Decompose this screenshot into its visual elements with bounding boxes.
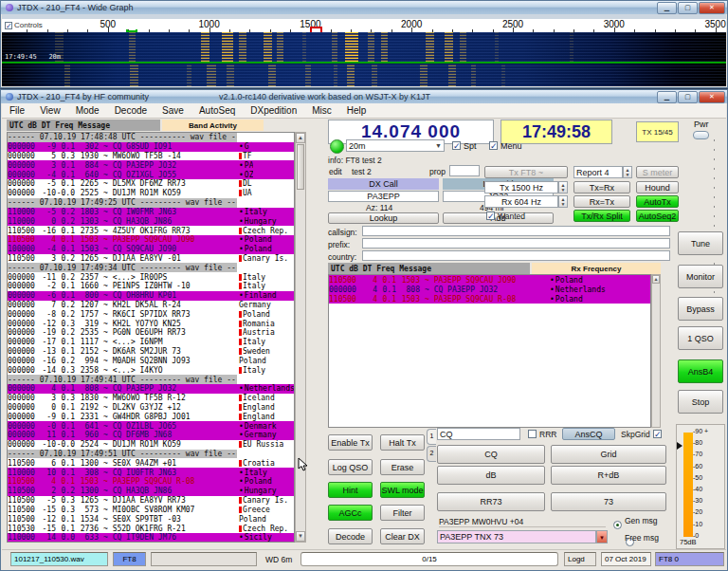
free-msg-dropdown[interactable]: PA3EPP TNX 73	[437, 530, 596, 543]
decode-row[interactable]: 000000-190.22535~ PG0N OE6UPH RR73Austri…	[8, 328, 294, 338]
menu-item-save[interactable]: Save	[155, 105, 191, 116]
scroll-up-icon[interactable]: ▲	[296, 133, 305, 143]
autotx-button[interactable]: AutoTx	[636, 195, 679, 208]
one-qso-button[interactable]: 1 QSO	[678, 326, 723, 350]
close-icon[interactable]: ✕	[699, 2, 725, 14]
decode-row[interactable]: 000000-160.2994~ M0ADH SQ2BNN JO93Poland	[8, 357, 294, 366]
waterfall-upper[interactable]	[2, 32, 726, 62]
txrx-split-button[interactable]: Tx/Rx Split	[573, 210, 630, 222]
minimize-icon[interactable]: ▁	[657, 91, 677, 103]
controls-checkbox[interactable]: ✓ Controls	[5, 21, 43, 29]
waterfall-lower[interactable]	[2, 64, 726, 86]
frequency-scale[interactable]: 500100015002000250030003500	[2, 19, 726, 32]
tx-ft8-button[interactable]: Tx FT8 ~	[484, 166, 568, 178]
skpgrid-checkbox[interactable]: ✓	[653, 430, 662, 438]
minimize-icon[interactable]: ▁	[657, 2, 677, 14]
decode-row[interactable]: 000000-80.21757~ RK6CI SP7IDX RR73Poland	[8, 309, 294, 319]
band-activity-list[interactable]: ------ 07.10.19 17:48:48 UTC ---------- …	[7, 132, 295, 543]
menu-item-decode[interactable]: Decode	[107, 105, 155, 116]
decode-row[interactable]: 00000070.21207~ KH2L DK5AL R-24Germany	[8, 301, 294, 310]
decode-row[interactable]: 11050060.11300~ SE0X 9A4ZM +01Croatia	[8, 458, 294, 468]
decode-row[interactable]: 000000-120.3319~ KH2L YO7YO KN25Romania	[8, 319, 294, 328]
monitor-button[interactable]: Monitor	[678, 265, 723, 288]
main-titlebar[interactable]: JTDX - 210_FT4 by HF community v2.1.0-rc…	[1, 90, 727, 103]
decode-row[interactable]: 110530-150.12736~ S52D OK1FRG R-21Czech …	[8, 524, 294, 533]
decode-row[interactable]: 000000-170.11117~ <...> I6NPMItaly	[8, 338, 294, 347]
menu-item-autoseq[interactable]: AutoSeq	[191, 105, 243, 116]
hint-button[interactable]: Hint	[328, 482, 373, 498]
clear-dx-button[interactable]: Clear DX	[380, 528, 425, 544]
rx-freq-spinner[interactable]: Rx 604 Hz	[484, 195, 558, 208]
scroll-down-icon[interactable]: ▼	[296, 531, 305, 542]
cq-modifier-input[interactable]: CQ	[437, 428, 520, 440]
rx-frequency-scrollbar[interactable]: ▴	[651, 274, 661, 428]
decode-row[interactable]: 00000030.31830~ MW6OWO TF5B R-12Iceland	[8, 394, 294, 403]
decode-row[interactable]: 000000-10-0.02524~ DU1JM RO1M KO59EU Rus…	[8, 440, 294, 450]
report-spinner[interactable]: Report 4	[573, 166, 623, 178]
decode-row[interactable]: 00000040.1808~ CQ PA3EPP JO32•Netherland…	[329, 285, 650, 294]
decode-row[interactable]: 000000-60.1800~ CQ OH8HRU KP01•Finland	[8, 291, 294, 301]
decode-row[interactable]: 11000000.21303~ CQ HA3QB JN86•Hungary	[8, 216, 294, 226]
wanted-checkbox[interactable]: ✓	[486, 212, 495, 220]
rx-frequency-list[interactable]: 11050040.11503~ PA3EPP SQ9CAU JO90•Polan…	[328, 274, 651, 428]
decode-row[interactable]: 000000-110.22357~ <...> IR0OPSItaly	[8, 272, 294, 282]
msg-cq-button[interactable]: CQ	[437, 445, 545, 464]
scroll-up-icon[interactable]: ▴	[652, 275, 660, 284]
ansb4-button[interactable]: AnsB4	[678, 359, 723, 383]
decode-row[interactable]: 00000000.12192~ DL2KV G3YJZ +12England	[8, 403, 294, 413]
decode-row[interactable]: 110500-160.12735~ 4Z5UY OK1FRG RR73Czech…	[8, 226, 294, 235]
erase-button[interactable]: Erase	[380, 459, 425, 475]
tx-freq-spin-buttons[interactable]: ▲▼	[558, 181, 568, 193]
menu-item-misc[interactable]: Misc	[304, 105, 339, 116]
rx-freq-spin-buttons[interactable]: ▲▼	[558, 195, 568, 208]
decode-row[interactable]: 110500-150.3573~ MI0OBC SV8ROM KM07Greec…	[8, 506, 294, 515]
decode-row[interactable]: 00000040.1808~ CQ PA3EPP JO32•Netherland…	[8, 384, 294, 394]
decode-row[interactable]: 100000-40.11503~ CQ SQ9CAU JO90•Poland	[8, 245, 294, 254]
pwr-slider-knob[interactable]	[693, 131, 709, 139]
free-msg-dropdown-arrow[interactable]: ▾	[596, 530, 608, 543]
prefix-input[interactable]	[362, 238, 670, 249]
decode-button[interactable]: Decode	[328, 528, 373, 544]
band-selector[interactable]: 20m ▼	[346, 139, 445, 152]
filter-button[interactable]: Filter	[380, 505, 425, 521]
menu-item-file[interactable]: File	[2, 105, 32, 116]
decode-row[interactable]: 110500-120.11534~ SE0X SP9TBT -03Poland	[8, 514, 294, 524]
menu-item-mode[interactable]: Mode	[68, 105, 107, 116]
decode-row[interactable]: 000000-40.1640~ CQ OZ1XGL JO55•OZ	[8, 170, 294, 179]
tune-button[interactable]: Tune	[678, 231, 723, 255]
controls-check-icon[interactable]: ✓	[5, 22, 12, 29]
decode-row[interactable]: 11050040.11503~ PA3EPP SQ9CAU JO90•Polan…	[329, 275, 650, 285]
decode-row[interactable]: 110000-50.21803~ CQ IW0FMR JN63•Italy	[8, 208, 294, 217]
tx-eq-rx-button[interactable]: Tx=Rx	[573, 181, 630, 193]
lookup-button[interactable]: Lookup	[328, 212, 439, 224]
rx-eq-tx-button[interactable]: Rx=Tx	[573, 195, 630, 208]
anscq-button[interactable]: AnsCQ	[562, 428, 615, 440]
decode-row[interactable]: 000000-10-0.02525~ DU1JM RO1M KO59UA	[8, 189, 294, 198]
log-qso-button[interactable]: Log QSO	[328, 459, 373, 475]
halt-tx-button[interactable]: Halt Tx	[380, 434, 425, 451]
maximize-icon[interactable]: ▢	[678, 91, 698, 103]
enable-tx-button[interactable]: Enable Tx	[328, 434, 373, 451]
tab-1[interactable]: 1	[427, 429, 436, 445]
swl-mode-button[interactable]: SWL mode	[380, 482, 425, 498]
msg-grid-button[interactable]: Grid	[551, 445, 666, 464]
s-meter-button[interactable]: S meter	[636, 166, 679, 178]
decode-row[interactable]: 11050020.21300~ CQ HA3QB JN86•Hungary	[8, 487, 294, 496]
decode-row[interactable]: 000000-00.1641~ CQ OZ1LBL JO65•Denmark	[8, 421, 294, 431]
decode-row[interactable]: 11050040.11503~ PA3EPP SQ9CAU R-08•Polan…	[8, 477, 294, 487]
decode-row[interactable]: 00000050.31930~ MW6OWO TF5B -14TF	[8, 152, 294, 161]
decode-row[interactable]: 110000140.0633~ CQ IT9DEN JM76•Sicily	[8, 533, 294, 543]
decode-row[interactable]: 000000-20.11660~ PE1NPS IZ0HTW -10Italy	[8, 282, 294, 291]
decode-row[interactable]: 00000030.1884~ CQ PA3EPP JO32•PA	[8, 160, 294, 170]
maximize-icon[interactable]: ▢	[678, 2, 698, 14]
decode-row[interactable]: 110500-50.31265~ DJ1AA EA8YV RR73Canary …	[8, 496, 294, 506]
decode-row[interactable]: 000000-130.12152~ DK6AR SM2JUR 73Sweden	[8, 347, 294, 357]
agc-button[interactable]: AGCc	[328, 505, 373, 521]
report-spin-buttons[interactable]: ▲▼	[623, 166, 632, 178]
gen-msg-radio[interactable]	[613, 521, 622, 529]
stop-button[interactable]: Stop	[678, 390, 723, 414]
edit-value[interactable]: test 2	[352, 167, 372, 176]
decode-row[interactable]: 000000-90.12331~ GW4HDR G8PBJ JO01Englan…	[8, 412, 294, 421]
menu-checkbox[interactable]: ✓	[489, 141, 498, 150]
msg-73-button[interactable]: 73	[551, 492, 666, 511]
